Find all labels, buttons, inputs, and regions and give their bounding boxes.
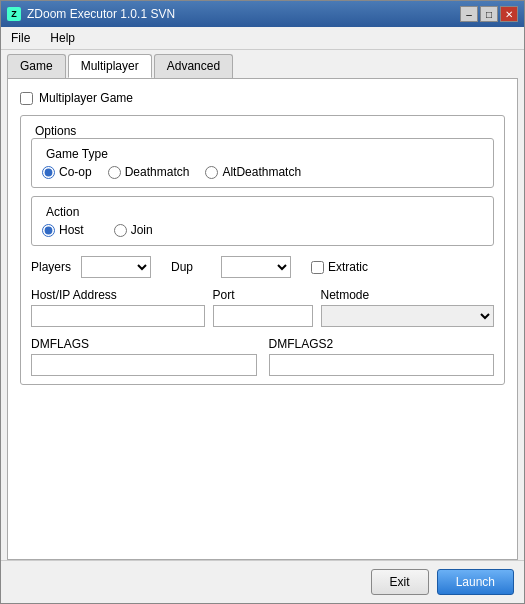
dmflags-label: DMFLAGS [31, 337, 257, 351]
gametype-coop-radio[interactable] [42, 166, 55, 179]
minimize-button[interactable]: – [460, 6, 478, 22]
dmflags2-input[interactable] [269, 354, 495, 376]
multiplayer-checkbox-row: Multiplayer Game [20, 91, 505, 105]
gametype-altdeathmatch-radio[interactable] [205, 166, 218, 179]
extratic-checkbox[interactable] [311, 261, 324, 274]
action-join-radio[interactable] [114, 224, 127, 237]
gametype-deathmatch-option[interactable]: Deathmatch [108, 165, 190, 179]
dmflags-row: DMFLAGS DMFLAGS2 [31, 337, 494, 376]
content-area: Multiplayer Game Options Game Type Co-op… [7, 78, 518, 560]
gametype-fieldset: Game Type Co-op Deathmatch AltDeathmatch [31, 138, 494, 188]
options-fieldset: Options Game Type Co-op Deathmatch Alt [20, 115, 505, 385]
extratic-label: Extratic [328, 260, 368, 274]
action-radio-group: Host Join [42, 223, 483, 237]
port-label: Port [213, 288, 313, 302]
host-ip-label: Host/IP Address [31, 288, 205, 302]
netmode-block: Netmode 0 1 [321, 288, 495, 327]
dmflags2-label: DMFLAGS2 [269, 337, 495, 351]
players-dup-row: Players 2 3 4 Dup 1 2 3 Extratic [31, 256, 494, 278]
port-input[interactable] [213, 305, 313, 327]
netmode-label: Netmode [321, 288, 495, 302]
menu-file[interactable]: File [5, 29, 36, 47]
gametype-altdeathmatch-option[interactable]: AltDeathmatch [205, 165, 301, 179]
app-icon: Z [7, 7, 21, 21]
host-ip-input[interactable] [31, 305, 205, 327]
maximize-button[interactable]: □ [480, 6, 498, 22]
action-join-label: Join [131, 223, 153, 237]
tab-advanced[interactable]: Advanced [154, 54, 233, 78]
players-select[interactable]: 2 3 4 [81, 256, 151, 278]
gametype-coop-label: Co-op [59, 165, 92, 179]
dup-select[interactable]: 1 2 3 [221, 256, 291, 278]
title-bar-left: Z ZDoom Executor 1.0.1 SVN [7, 7, 175, 21]
tab-game[interactable]: Game [7, 54, 66, 78]
title-controls: – □ ✕ [460, 6, 518, 22]
host-ip-block: Host/IP Address [31, 288, 205, 327]
extratic-row: Extratic [311, 260, 368, 274]
gametype-deathmatch-radio[interactable] [108, 166, 121, 179]
host-port-netmode-row: Host/IP Address Port Netmode 0 1 [31, 288, 494, 327]
menu-bar: File Help [1, 27, 524, 50]
gametype-legend: Game Type [42, 147, 483, 161]
dmflags2-block: DMFLAGS2 [269, 337, 495, 376]
close-button[interactable]: ✕ [500, 6, 518, 22]
action-join-option[interactable]: Join [114, 223, 153, 237]
players-label: Players [31, 260, 71, 274]
action-host-label: Host [59, 223, 84, 237]
multiplayer-checkbox-label: Multiplayer Game [39, 91, 133, 105]
window-title: ZDoom Executor 1.0.1 SVN [27, 7, 175, 21]
action-host-radio[interactable] [42, 224, 55, 237]
dmflags-input[interactable] [31, 354, 257, 376]
options-legend: Options [31, 124, 494, 138]
main-window: Z ZDoom Executor 1.0.1 SVN – □ ✕ File He… [0, 0, 525, 604]
gametype-radio-group: Co-op Deathmatch AltDeathmatch [42, 165, 483, 179]
multiplayer-checkbox[interactable] [20, 92, 33, 105]
launch-button[interactable]: Launch [437, 569, 514, 595]
menu-help[interactable]: Help [44, 29, 81, 47]
tab-bar: Game Multiplayer Advanced [1, 50, 524, 78]
tab-multiplayer[interactable]: Multiplayer [68, 54, 152, 78]
action-host-option[interactable]: Host [42, 223, 84, 237]
action-fieldset: Action Host Join [31, 196, 494, 246]
netmode-select[interactable]: 0 1 [321, 305, 495, 327]
gametype-altdeathmatch-label: AltDeathmatch [222, 165, 301, 179]
exit-button[interactable]: Exit [371, 569, 429, 595]
gametype-coop-option[interactable]: Co-op [42, 165, 92, 179]
dup-label: Dup [171, 260, 211, 274]
title-bar: Z ZDoom Executor 1.0.1 SVN – □ ✕ [1, 1, 524, 27]
bottom-bar: Exit Launch [1, 560, 524, 603]
gametype-deathmatch-label: Deathmatch [125, 165, 190, 179]
dmflags-block: DMFLAGS [31, 337, 257, 376]
action-legend: Action [42, 205, 483, 219]
port-block: Port [213, 288, 313, 327]
